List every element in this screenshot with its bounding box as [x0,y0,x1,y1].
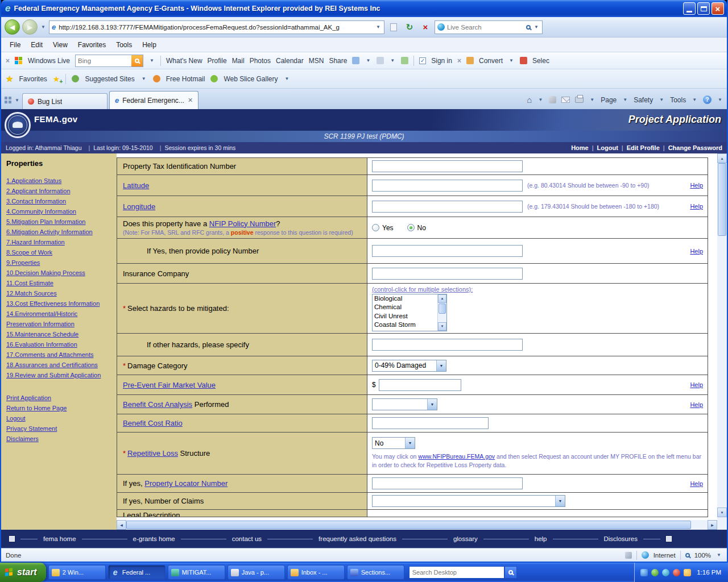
longitude-input[interactable] [372,201,523,213]
scroll-left-icon[interactable]: ◀ [117,520,126,530]
tray-help-icon[interactable] [640,569,648,576]
print-icon[interactable] [575,97,584,103]
tab-bug-list[interactable]: Bug List [22,93,107,109]
menu-view[interactable]: View [48,39,73,51]
tray-volume-icon[interactable] [684,569,691,576]
sidebar-item-match-sources[interactable]: 12.Match Sources [6,288,113,298]
damage-category-select[interactable]: 0-49% Damaged ▼ [372,360,446,372]
scrollbar-thumb[interactable] [439,304,446,314]
address-field[interactable]: e http://192.168.3.193:7777/FEMAMitigati… [49,20,384,34]
live-tool-icon[interactable] [352,57,359,64]
logout-sidebar-link[interactable]: Logout [6,413,113,423]
print-dropdown-icon[interactable]: ▼ [589,97,595,102]
other-hazards-input[interactable] [372,339,523,351]
search-desktop-input[interactable] [409,566,504,579]
benefit-cost-analysis-select[interactable]: ▼ [372,398,437,410]
select-link[interactable]: Selec [532,57,549,65]
toolbar-item-close-icon[interactable]: × [457,57,461,65]
tools-menu-button[interactable]: Tools [670,96,686,104]
convert-link[interactable]: Convert [479,57,503,65]
sidebar-item-review-and-submit[interactable]: 19.Review and Submit Application [6,370,113,380]
rss-feed-icon[interactable] [549,96,556,103]
page-dropdown-icon[interactable]: ▼ [622,97,628,102]
number-of-claims-select[interactable]: ▼ [372,495,565,507]
bing-search-box[interactable] [75,55,143,67]
disclaimers-link[interactable]: Disclaimers [6,434,113,444]
sidebar-item-community-information[interactable]: 4.Community Information [6,206,113,217]
live-link-whats-new[interactable]: What's New [166,57,202,65]
bing-options-dropdown-icon[interactable]: ▼ [148,58,155,63]
live-link-photos[interactable]: Photos [250,57,271,65]
close-button[interactable]: × [712,2,724,15]
help-link[interactable]: Help [690,381,703,388]
bing-search-input[interactable] [76,57,131,64]
pre-event-fair-market-value-link[interactable]: Pre-Event Fair Market Value [123,381,216,389]
help-link[interactable]: Help [690,401,703,408]
tab-federal-emergency[interactable]: e Federal Emergenc... ✕ [109,91,198,109]
quick-tabs-icon[interactable] [5,97,12,104]
live-link-profile[interactable]: Profile [208,57,227,65]
compatibility-view-button[interactable] [387,20,400,34]
taskbar-clock[interactable]: 1:16 PM [697,569,721,576]
taskbar-button-java[interactable]: Java - p... [228,565,285,580]
free-hotmail-link[interactable]: Free Hotmail [166,75,205,83]
start-button[interactable]: start [0,563,46,582]
footer-disclosures-link[interactable]: Disclosures [604,535,638,542]
repetitive-loss-select[interactable]: No ▼ [372,437,415,449]
fema-brand[interactable]: FEMA.gov [34,114,78,124]
refresh-button[interactable]: ↻ [403,20,416,34]
menu-file[interactable]: File [5,39,26,51]
favorites-button[interactable]: Favorites [19,75,47,83]
latitude-input[interactable] [372,180,523,192]
sidebar-item-comments-and-attachments[interactable]: 17.Comments and Attachments [6,350,113,360]
suggested-sites-link[interactable]: Suggested Sites [85,75,134,83]
change-password-link[interactable]: Change Password [668,144,722,151]
scrollbar-thumb[interactable] [718,163,726,236]
web-slice-gallery-link[interactable]: Web Slice Gallery [224,75,278,83]
safety-menu-button[interactable]: Safety [634,96,653,104]
nfip-bureau-link[interactable]: www.NFIPBureau.FEMA.gov [418,453,495,460]
footer-help-link[interactable]: help [535,535,547,542]
read-mail-icon[interactable] [561,97,570,103]
fair-market-value-input[interactable] [379,379,461,391]
insurance-company-input[interactable] [372,268,523,280]
tray-status-icon[interactable] [673,569,680,576]
sidebar-item-evaluation-information[interactable]: 16.Evaluation Information [6,339,113,350]
home-icon[interactable]: ⌂ [527,95,532,105]
print-application-link[interactable]: Print Application [6,393,113,403]
live-link-share[interactable]: Share [329,57,347,65]
horizontal-scrollbar[interactable]: ◀ ▶ [117,517,717,530]
taskbar-button-inbox[interactable]: Inbox - ... [287,565,345,580]
live-link-msn[interactable]: MSN [309,57,324,65]
menu-favorites[interactable]: Favorites [73,39,111,51]
search-desktop-box[interactable] [409,566,517,579]
policy-number-input[interactable] [372,245,523,257]
nfip-no-radio[interactable] [407,224,415,231]
footer-contact-us-link[interactable]: contact us [232,535,262,542]
live-link-calendar[interactable]: Calendar [276,57,304,65]
sidebar-item-hazard-information[interactable]: 7.Hazard Information [6,237,113,247]
scroll-down-icon[interactable]: ▼ [438,322,446,331]
menu-help[interactable]: Help [137,39,162,51]
edit-profile-link[interactable]: Edit Profile [627,144,660,151]
latitude-label-link[interactable]: Latitude [123,181,149,190]
address-dropdown-icon[interactable]: ▼ [375,24,382,30]
help-link[interactable]: Help [690,480,703,487]
help-link[interactable]: Help [690,203,703,210]
search-icon[interactable] [526,25,531,30]
toolbar-close-icon[interactable]: × [6,57,10,65]
property-locator-input[interactable] [372,477,523,489]
sidebar-item-assurances-and-certifications[interactable]: 18.Assurances and Certifications [6,360,113,370]
tab-close-icon[interactable]: ✕ [188,97,193,104]
live-search-input[interactable] [447,24,524,31]
tab-list-dropdown-icon[interactable]: ▼ [14,98,20,103]
vertical-scrollbar[interactable]: ▲ ▼ [717,153,727,517]
search-desktop-button[interactable] [504,566,517,579]
live-search-box[interactable]: ▼ [435,20,543,34]
zoom-dropdown-icon[interactable]: ▼ [715,552,722,558]
tax-id-input[interactable] [372,160,523,172]
return-home-link[interactable]: Return to Home Page [6,403,113,413]
repetitive-loss-link[interactable]: Repetitive Loss [127,449,178,458]
url-text[interactable]: http://192.168.3.193:7777/FEMAMitigation… [59,24,372,31]
sidebar-item-properties[interactable]: 9.Properties [6,257,113,268]
